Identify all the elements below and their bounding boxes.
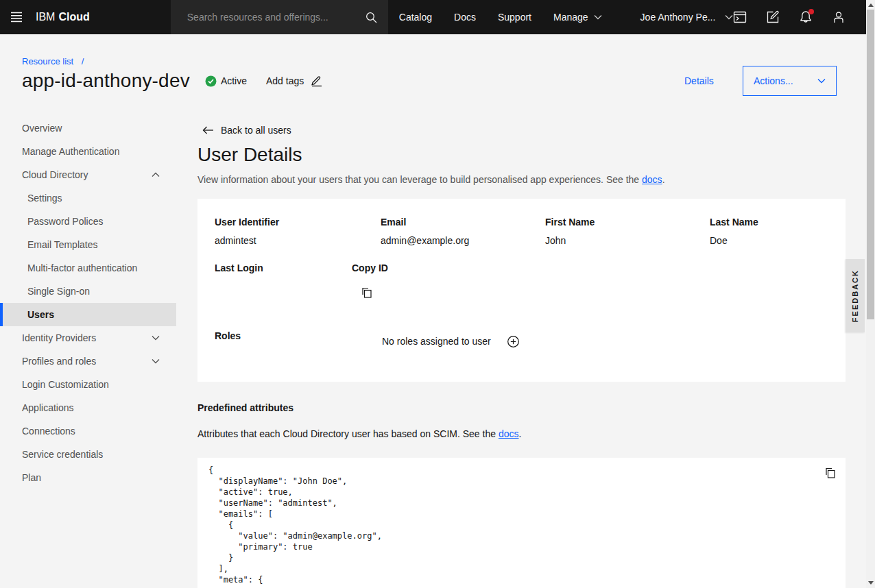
back-link-label: Back to all users xyxy=(221,125,291,136)
sidebar-nav: Overview Manage Authentication Cloud Dir… xyxy=(0,117,176,489)
nav-menu-manage[interactable]: Manage xyxy=(542,0,613,34)
field-label-email: Email xyxy=(381,217,406,228)
copy-code-button[interactable] xyxy=(822,465,839,481)
feedback-tab[interactable]: FEEDBACK xyxy=(846,259,865,332)
status-label: Active xyxy=(221,75,247,86)
sidebar-item-label: Settings xyxy=(27,193,62,204)
search-input[interactable] xyxy=(171,12,355,23)
roles-empty-text: No roles assigned to user xyxy=(382,336,491,347)
web-terminal-icon xyxy=(733,10,747,24)
feedback-tab-label: FEEDBACK xyxy=(851,269,859,322)
ibm-cloud-logo[interactable]: IBM Cloud xyxy=(36,11,90,23)
page-title-row: app-id-anthony-dev Active Add tags xyxy=(22,70,322,92)
add-tags-label: Add tags xyxy=(266,75,304,86)
sidebar-item-manage-authentication[interactable]: Manage Authentication xyxy=(0,140,176,163)
user-details-description: View information about your users that y… xyxy=(197,174,665,185)
feedback-edit-button[interactable] xyxy=(756,0,789,34)
global-search xyxy=(171,0,388,34)
notification-badge-dot xyxy=(808,9,814,14)
account-name: Joe Anthony Pe... xyxy=(640,12,716,23)
add-tags-button[interactable]: Add tags xyxy=(266,75,322,87)
json-code: { "displayName": "John Doe", "active": t… xyxy=(208,465,382,585)
sidebar-item-cloud-directory[interactable]: Cloud Directory xyxy=(0,163,176,186)
sidebar-item-label: Cloud Directory xyxy=(22,169,88,180)
sidebar-item-plan[interactable]: Plan xyxy=(0,466,176,489)
sidebar-item-label: Multi-factor authentication xyxy=(27,262,137,273)
user-details-heading: User Details xyxy=(197,144,302,166)
nav-link-label: Docs xyxy=(454,12,476,23)
sidebar-item-email-templates[interactable]: Email Templates xyxy=(0,233,176,256)
search-icon xyxy=(365,12,377,23)
chevron-down-icon xyxy=(152,358,160,364)
nav-link-docs[interactable]: Docs xyxy=(443,0,487,34)
sidebar-item-settings[interactable]: Settings xyxy=(0,186,176,210)
sidebar-item-profiles-and-roles[interactable]: Profiles and roles xyxy=(0,350,176,373)
breadcrumb-resource-list[interactable]: Resource list xyxy=(22,56,73,66)
nav-link-catalog[interactable]: Catalog xyxy=(388,0,443,34)
predefined-attributes-description: Attributes that each Cloud Directory use… xyxy=(197,428,521,439)
brand-cloud: Cloud xyxy=(58,11,89,23)
add-role-button[interactable] xyxy=(506,334,520,348)
user-info-card: User Identifier Email First Name Last Na… xyxy=(197,199,846,382)
scrollbar-thumb[interactable] xyxy=(867,10,874,319)
profile-button[interactable] xyxy=(822,0,855,34)
field-label-last-login: Last Login xyxy=(215,262,263,273)
sidebar-item-label: Password Polices xyxy=(27,216,104,227)
sidebar-item-password-polices[interactable]: Password Polices xyxy=(0,210,176,233)
navbar-icon-actions xyxy=(723,0,855,34)
sidebar-item-connections[interactable]: Connections xyxy=(0,419,176,443)
edit-feedback-icon xyxy=(766,10,780,24)
sidebar-item-service-credentials[interactable]: Service credentials xyxy=(0,443,176,466)
roles-label: Roles xyxy=(215,330,241,341)
details-link[interactable]: Details xyxy=(684,75,714,86)
vertical-scrollbar[interactable] xyxy=(866,0,875,588)
scrollbar-up-arrow[interactable] xyxy=(868,3,874,7)
sidebar-item-single-sign-on[interactable]: Single Sign-on xyxy=(0,280,176,303)
nav-link-label: Manage xyxy=(553,12,588,23)
web-terminal-button[interactable] xyxy=(723,0,756,34)
sidebar-item-overview[interactable]: Overview xyxy=(0,117,176,140)
docs-link[interactable]: docs xyxy=(642,174,662,185)
field-label-first-name: First Name xyxy=(545,217,595,228)
copy-id-button[interactable] xyxy=(359,284,375,301)
nav-link-label: Catalog xyxy=(399,12,432,23)
sidebar-item-label: Overview xyxy=(22,123,62,134)
copy-icon xyxy=(825,467,836,478)
search-button[interactable] xyxy=(355,0,388,34)
navbar-left: IBM Cloud xyxy=(0,0,90,34)
sidebar-item-identity-providers[interactable]: Identity Providers xyxy=(0,326,176,350)
sidebar-item-label: Profiles and roles xyxy=(22,356,96,367)
field-label-last-name: Last Name xyxy=(710,217,758,228)
sidebar-item-users[interactable]: Users xyxy=(0,303,176,326)
status-badge: Active xyxy=(205,75,247,87)
notifications-button[interactable] xyxy=(789,0,822,34)
sidebar-item-label: Service credentials xyxy=(22,449,103,460)
breadcrumb-separator: / xyxy=(82,56,84,66)
actions-dropdown[interactable]: Actions... xyxy=(743,66,837,96)
description-text: . xyxy=(518,428,521,439)
edit-icon xyxy=(304,75,322,87)
page-title: app-id-anthony-dev xyxy=(22,70,190,92)
menu-button[interactable] xyxy=(0,0,33,34)
sidebar-item-label: Plan xyxy=(22,472,41,483)
sidebar-item-login-customization[interactable]: Login Customization xyxy=(0,373,176,396)
breadcrumb: Resource list / xyxy=(22,56,84,66)
nav-link-support[interactable]: Support xyxy=(487,0,542,34)
description-text: . xyxy=(662,174,665,185)
sidebar-item-label: Connections xyxy=(22,426,75,437)
nav-link-label: Support xyxy=(498,12,531,23)
sidebar-item-applications[interactable]: Applications xyxy=(0,396,176,419)
add-circle-icon xyxy=(507,336,519,347)
sidebar-item-label: Manage Authentication xyxy=(22,146,119,157)
scim-attributes-code-block: { "displayName": "John Doe", "active": t… xyxy=(197,458,846,588)
scrollbar-down-arrow[interactable] xyxy=(868,581,874,585)
description-text: View information about your users that y… xyxy=(197,174,642,185)
sidebar-item-label: Single Sign-on xyxy=(27,286,90,297)
avatar-icon xyxy=(832,10,846,24)
back-to-all-users-link[interactable]: Back to all users xyxy=(195,125,291,136)
sidebar-item-multi-factor-authentication[interactable]: Multi-factor authentication xyxy=(0,256,176,280)
top-navbar: IBM Cloud Catalog Docs Support Manage xyxy=(0,0,866,34)
sidebar-item-label: Users xyxy=(27,309,54,320)
menu-icon xyxy=(10,11,23,23)
docs-link[interactable]: docs xyxy=(499,428,519,439)
